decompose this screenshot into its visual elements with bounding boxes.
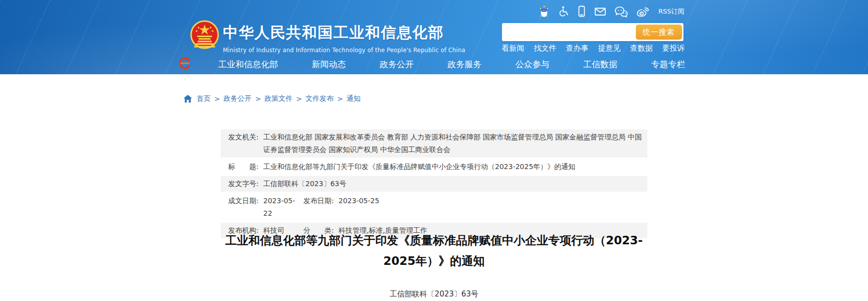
meta-label: 标 题: bbox=[228, 161, 263, 173]
document-number: 工信部联科〔2023〕63号 bbox=[0, 289, 868, 299]
breadcrumb: 首页 > 政务公开 > 政策文件 > 文件发布 > 通知 bbox=[184, 94, 361, 103]
nav-item-participation[interactable]: 公众参与 bbox=[515, 59, 550, 70]
meta-row-doc-number: 发文字号: 工信部联科〔2023〕63号 bbox=[221, 176, 647, 192]
mobile-icon[interactable] bbox=[577, 5, 586, 18]
meta-label: 发文字号: bbox=[228, 178, 263, 190]
breadcrumb-separator: > bbox=[214, 95, 220, 103]
quick-link-suggestions[interactable]: 提意见 bbox=[598, 44, 621, 53]
site-title: 中华人民共和国工业和信息化部 bbox=[223, 23, 465, 43]
breadcrumb-separator: > bbox=[337, 95, 343, 103]
breadcrumb-separator: > bbox=[296, 95, 302, 103]
nav-item-special-topics[interactable]: 专题专栏 bbox=[651, 59, 685, 70]
site-header: 中华人民共和国工业和信息化部 Ministry of Industry and … bbox=[0, 0, 868, 74]
unified-search-button[interactable]: 统一搜索 bbox=[636, 25, 682, 40]
meta-value: 工业和信息化部 国家发展和改革委员会 教育部 人力资源和社会保障部 国家市场监督… bbox=[263, 131, 642, 156]
quick-link-complaints[interactable]: 要投诉 bbox=[662, 44, 685, 53]
nav-item-miit-data[interactable]: 工信数据 bbox=[583, 59, 617, 70]
quick-links: 看新闻 找文件 查办事 提意见 查数据 要投诉 bbox=[502, 44, 685, 53]
rss-label: RSS订阅 bbox=[658, 7, 684, 16]
meta-row-dates: 成文日期: 2023-05-22 发布日期: 2023-05-25 bbox=[221, 193, 647, 221]
meta-value: 2023-05-25 bbox=[338, 195, 642, 207]
nav-item-gov-info[interactable]: 政务公开 bbox=[380, 59, 414, 70]
meta-value: 工业和信息化部等九部门关于印发《质量标准品牌赋值中小企业专项行动（2023-20… bbox=[263, 161, 642, 173]
main-nav: 工业和信息化部 新闻动态 政务公开 政务服务 公众参与 工信数据 专题专栏 bbox=[181, 56, 687, 72]
national-emblem-icon bbox=[190, 20, 219, 51]
document-title: 工业和信息化部等九部门关于印发《质量标准品牌赋值中小企业专项行动（2023-20… bbox=[219, 230, 650, 271]
meta-row-title: 标 题: 工业和信息化部等九部门关于印发《质量标准品牌赋值中小企业专项行动（20… bbox=[221, 159, 647, 175]
breadcrumb-home[interactable]: 首页 bbox=[197, 94, 211, 103]
meta-value: 2023-05-22 bbox=[263, 195, 303, 220]
quick-link-files[interactable]: 找文件 bbox=[534, 44, 557, 53]
topbar: RSS订阅 bbox=[538, 5, 684, 19]
home-icon bbox=[184, 95, 192, 103]
document-meta-table: 发文机关: 工业和信息化部 国家发展和改革委员会 教育部 人力资源和社会保障部 … bbox=[221, 129, 647, 240]
site-subtitle: Ministry of Industry and Information Tec… bbox=[223, 47, 465, 54]
quick-link-services[interactable]: 查办事 bbox=[566, 44, 589, 53]
mascot-icon[interactable] bbox=[538, 5, 550, 18]
weibo-icon[interactable] bbox=[636, 5, 650, 18]
rss-subscribe-link[interactable]: RSS订阅 bbox=[657, 7, 684, 16]
quick-link-news[interactable]: 看新闻 bbox=[502, 44, 525, 53]
meta-value: 工信部联科〔2023〕63号 bbox=[263, 178, 642, 190]
accessibility-icon[interactable] bbox=[558, 5, 570, 18]
breadcrumb-policy-docs[interactable]: 政策文件 bbox=[264, 94, 292, 103]
search-bar: 统一搜索 bbox=[502, 23, 683, 41]
breadcrumb-notice: 通知 bbox=[346, 94, 361, 103]
mail-icon[interactable] bbox=[594, 5, 607, 18]
wechat-icon[interactable] bbox=[614, 5, 628, 18]
search-input[interactable] bbox=[502, 23, 642, 41]
breadcrumb-doc-release[interactable]: 文件发布 bbox=[305, 94, 333, 103]
national-emblem-logo[interactable] bbox=[190, 20, 219, 53]
meta-label: 发文机关: bbox=[228, 131, 263, 143]
nav-item-news[interactable]: 新闻动态 bbox=[312, 59, 346, 70]
nav-item-gov-services[interactable]: 政务服务 bbox=[447, 59, 481, 70]
nav-item-miit[interactable]: 工业和信息化部 bbox=[219, 59, 278, 70]
miit-e-logo-icon bbox=[179, 56, 192, 72]
meta-row-issuing-agency: 发文机关: 工业和信息化部 国家发展和改革委员会 教育部 人力资源和社会保障部 … bbox=[221, 129, 647, 158]
breadcrumb-separator: > bbox=[255, 95, 261, 103]
meta-label: 发布日期: bbox=[303, 195, 338, 207]
breadcrumb-gov-info[interactable]: 政务公开 bbox=[224, 94, 252, 103]
meta-label: 成文日期: bbox=[228, 195, 263, 207]
quick-link-data[interactable]: 查数据 bbox=[630, 44, 653, 53]
